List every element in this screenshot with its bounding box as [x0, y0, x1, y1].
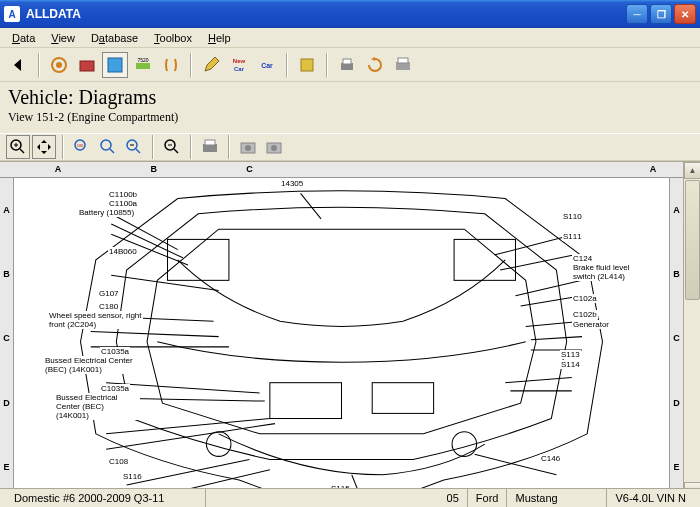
- svg-line-40: [111, 214, 178, 250]
- svg-text:7520: 7520: [137, 57, 148, 63]
- callout: S111: [562, 232, 583, 241]
- print-diagram-icon[interactable]: [198, 135, 222, 159]
- svg-rect-9: [301, 59, 313, 71]
- tool-icon-5[interactable]: [158, 52, 184, 78]
- menu-toolbox[interactable]: Toolbox: [146, 30, 200, 46]
- grid-rows-left: A B C D E: [0, 178, 14, 499]
- callout: C180: [98, 302, 119, 311]
- menu-view[interactable]: View: [43, 30, 83, 46]
- svg-rect-4: [136, 63, 150, 69]
- zoom-in-icon[interactable]: [6, 135, 30, 159]
- grid-col: B: [144, 164, 164, 175]
- page-subtitle: View 151-2 (Engine Compartment): [8, 110, 692, 125]
- scroll-up-button[interactable]: ▲: [684, 162, 700, 179]
- menu-data[interactable]: Data: [4, 30, 43, 46]
- window-title: ALLDATA: [26, 7, 626, 21]
- callout: Battery (10855): [78, 208, 135, 217]
- menu-help[interactable]: Help: [200, 30, 239, 46]
- window-titlebar: A ALLDATA ─ ❐ ✕: [0, 0, 700, 28]
- vertical-scrollbar[interactable]: ▲ ▼: [683, 162, 700, 499]
- callout: C1035a: [100, 347, 130, 356]
- svg-line-15: [20, 149, 24, 153]
- svg-line-59: [531, 337, 582, 340]
- grid-row: A: [0, 205, 13, 215]
- grid-row: C: [0, 333, 13, 343]
- zoom-width-icon[interactable]: [122, 135, 146, 159]
- tool-icon-4[interactable]: 7520: [130, 52, 156, 78]
- print-icon[interactable]: [334, 52, 360, 78]
- fit-icon[interactable]: [32, 135, 56, 159]
- camera-icon-2[interactable]: [262, 135, 286, 159]
- svg-line-55: [500, 255, 575, 270]
- svg-point-20: [101, 140, 111, 150]
- callout: C146: [540, 454, 561, 463]
- main-toolbar: 7520 NewCar Car: [0, 48, 700, 82]
- refresh-icon[interactable]: [362, 52, 388, 78]
- menubar: Data View Database Toolbox Help: [0, 28, 700, 48]
- callout: G107: [98, 289, 120, 298]
- status-year: 05: [439, 489, 468, 507]
- tool-icon-3[interactable]: [102, 52, 128, 78]
- callout: C1100b: [108, 190, 138, 199]
- grid-row: E: [670, 462, 683, 472]
- menu-database[interactable]: Database: [83, 30, 146, 46]
- diagram-viewport[interactable]: A B C A A B C D E A B C D E: [0, 161, 700, 499]
- svg-line-26: [174, 149, 178, 153]
- callout: Wheel speed sensor, right front (2C204): [48, 311, 143, 329]
- close-button[interactable]: ✕: [674, 4, 696, 24]
- app-icon: A: [4, 6, 20, 22]
- scroll-thumb[interactable]: [685, 180, 700, 300]
- camera-icon-1[interactable]: [236, 135, 260, 159]
- callout: C124: [572, 254, 593, 263]
- zoom-100-icon[interactable]: 100: [70, 135, 94, 159]
- svg-rect-11: [343, 59, 351, 64]
- callout: 14B060: [108, 247, 138, 256]
- tool-icon-1[interactable]: [46, 52, 72, 78]
- engine-diagram: [14, 178, 669, 499]
- svg-rect-2: [80, 61, 94, 71]
- callout: C102b: [572, 310, 598, 319]
- grid-col: A: [643, 164, 663, 175]
- grid-row: D: [0, 398, 13, 408]
- svg-rect-13: [398, 58, 408, 63]
- callout: C108: [108, 457, 129, 466]
- svg-text:New: New: [233, 58, 246, 64]
- back-button[interactable]: [6, 52, 32, 78]
- callout: S116: [122, 472, 143, 481]
- svg-rect-34: [168, 239, 229, 280]
- status-model: Mustang: [507, 489, 607, 507]
- grid-col: A: [48, 164, 68, 175]
- book-icon[interactable]: [294, 52, 320, 78]
- svg-line-61: [505, 378, 572, 383]
- callout: Bussed Electrical Center (BEC) (14K001): [55, 393, 140, 420]
- page-title: Vehicle: Diagrams: [8, 86, 692, 109]
- minimize-button[interactable]: ─: [626, 4, 648, 24]
- svg-rect-35: [454, 239, 515, 280]
- maximize-button[interactable]: ❐: [650, 4, 672, 24]
- statusbar: Domestic #6 2000-2009 Q3-11 05 Ford Must…: [0, 488, 700, 507]
- svg-line-51: [127, 459, 250, 485]
- svg-text:Car: Car: [261, 62, 273, 69]
- status-engine: V6-4.0L VIN N: [607, 489, 694, 507]
- grid-row: A: [670, 205, 683, 215]
- pencil-icon[interactable]: [198, 52, 224, 78]
- svg-rect-37: [372, 383, 433, 414]
- svg-text:Car: Car: [234, 66, 245, 72]
- car-icon[interactable]: Car: [254, 52, 280, 78]
- svg-rect-36: [270, 383, 342, 419]
- svg-rect-29: [205, 140, 215, 145]
- svg-point-31: [245, 145, 251, 151]
- zoom-page-icon[interactable]: [96, 135, 120, 159]
- callout: Brake fluid level switch (2L414): [572, 263, 642, 281]
- image-toolbar: 100: [0, 133, 700, 161]
- zoom-out-icon[interactable]: [160, 135, 184, 159]
- status-make: Ford: [468, 489, 508, 507]
- grid-col: C: [239, 164, 259, 175]
- printer-icon[interactable]: [390, 52, 416, 78]
- callout: S110: [562, 212, 583, 221]
- svg-line-21: [110, 149, 114, 153]
- new-car-icon[interactable]: NewCar: [226, 52, 252, 78]
- svg-line-43: [111, 275, 218, 290]
- tool-icon-2[interactable]: [74, 52, 100, 78]
- grid-row: B: [0, 269, 13, 279]
